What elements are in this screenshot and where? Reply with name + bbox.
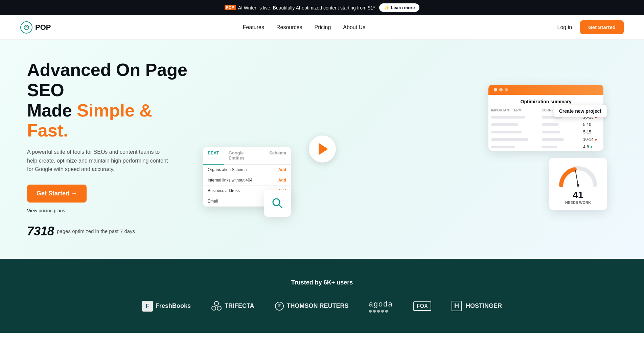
hostinger-logo: H HOSTINGER xyxy=(452,301,502,311)
create-project-tooltip[interactable]: Create new project xyxy=(554,105,607,117)
term-bar-3 xyxy=(491,131,522,133)
table-row: 5-15 xyxy=(488,128,603,136)
target-5: 4-8 xyxy=(583,145,589,149)
trifecta-icon xyxy=(211,301,222,312)
thomson-logo: THOMSON REUTERS xyxy=(275,301,349,311)
score-card: 41 NEEDS WORK xyxy=(549,158,607,210)
table-row: 5-10 xyxy=(488,121,603,128)
hero-section: Advanced On Page SEO Made Simple & Fast.… xyxy=(0,40,644,259)
nav-links: Features Resources Pricing About Us xyxy=(243,24,365,30)
agoda-logo: agoda xyxy=(369,300,393,313)
gauge-svg xyxy=(558,163,598,187)
svg-point-7 xyxy=(217,306,221,310)
gauge-container xyxy=(558,163,598,187)
pop-badge: POP xyxy=(225,5,236,10)
svg-point-9 xyxy=(278,305,280,307)
stats-number: 7318 xyxy=(27,224,54,238)
score-label: NEEDS WORK xyxy=(555,200,601,205)
trifecta-label: TRIFECTA xyxy=(225,302,254,310)
table-row: 4-8 ● xyxy=(488,143,603,151)
svg-point-1 xyxy=(26,26,27,27)
hero-title-line2: Made xyxy=(27,101,77,120)
usage-bar-3 xyxy=(542,131,560,133)
trusted-section: Trusted by 6K+ users F FreshBooks TRIFEC… xyxy=(0,259,644,333)
search-icon xyxy=(271,196,284,210)
col-term: IMPORTANT TERM xyxy=(488,107,539,113)
target-2: 5-10 xyxy=(583,122,591,127)
banner-content: POP AI Writer is live. Beautifully AI-op… xyxy=(225,5,375,10)
banner-main-text: is live. Beautifully AI-optimized conten… xyxy=(258,5,375,10)
fox-logo: FOX xyxy=(413,301,431,311)
usage-bar-4 xyxy=(542,138,564,141)
schema-row-internal: Internal links without 404 Add xyxy=(203,175,291,186)
play-icon xyxy=(319,143,328,155)
logo-text: POP xyxy=(35,23,51,32)
agoda-dot-2 xyxy=(373,310,376,313)
term-bar-4 xyxy=(491,138,528,141)
agoda-dot-3 xyxy=(377,310,380,313)
hero-cta-button[interactable]: Get Started → xyxy=(27,185,87,203)
tab-eeat[interactable]: EEAT xyxy=(203,147,224,165)
term-bar-1 xyxy=(491,116,525,119)
logos-row: F FreshBooks TRIFECTA THOMSON REUTERS xyxy=(27,300,617,313)
schema-label-email: Email xyxy=(208,199,218,204)
term-bar-5 xyxy=(491,146,515,148)
dot-red-2: ● xyxy=(595,137,597,142)
schema-row-org: Organization Schema Add xyxy=(203,165,291,175)
play-button[interactable] xyxy=(309,135,336,163)
agoda-content: agoda xyxy=(369,300,393,313)
thomson-icon xyxy=(275,301,284,311)
agoda-dot-4 xyxy=(381,310,384,313)
opt-summary-card: Optimization summary IMPORTANT TERM CURR… xyxy=(488,85,603,151)
nav-about[interactable]: About Us xyxy=(343,24,365,30)
agoda-dot-5 xyxy=(385,310,388,313)
term-bar-2 xyxy=(491,123,518,126)
svg-point-6 xyxy=(212,306,216,310)
agoda-text: agoda xyxy=(369,300,393,309)
dot-1 xyxy=(494,88,497,91)
learn-more-emoji: ✨ xyxy=(384,5,389,10)
trifecta-logo: TRIFECTA xyxy=(211,301,254,312)
login-link[interactable]: Log in xyxy=(557,24,572,30)
nav-pricing[interactable]: Pricing xyxy=(314,24,331,30)
agoda-dot-1 xyxy=(369,310,372,313)
svg-line-2 xyxy=(575,170,578,185)
logo-icon xyxy=(20,21,32,34)
schema-add-org[interactable]: Add xyxy=(278,167,286,172)
nav-features[interactable]: Features xyxy=(243,24,264,30)
fox-box: FOX xyxy=(413,301,431,311)
schema-add-internal[interactable]: Add xyxy=(278,178,286,183)
hero-stats: 7318 pages optimized in the past 7 days xyxy=(27,224,196,238)
svg-point-5 xyxy=(214,301,218,305)
freshbooks-label: FreshBooks xyxy=(156,302,191,310)
learn-more-button[interactable]: ✨ Learn more xyxy=(379,3,420,12)
logo[interactable]: POP xyxy=(20,21,51,34)
ai-writer-label: AI Writer xyxy=(238,5,256,10)
pricing-link[interactable]: View pricing plans xyxy=(27,208,196,213)
navbar: POP Features Resources Pricing About Us … xyxy=(0,15,644,40)
hero-left: Advanced On Page SEO Made Simple & Fast.… xyxy=(27,60,196,238)
stats-text: pages optimized in the past 7 days xyxy=(57,228,135,234)
hostinger-label: HOSTINGER xyxy=(466,302,502,310)
schema-tabs: EEAT Google Entities Schema xyxy=(203,147,291,165)
svg-line-4 xyxy=(279,205,282,208)
gauge-center-dot xyxy=(577,184,579,187)
schema-label-address: Business address xyxy=(208,188,240,193)
agoda-dots xyxy=(369,310,388,313)
hero-right: Optimization summary IMPORTANT TERM CURR… xyxy=(196,78,617,220)
hero-title-line1: Advanced On Page SEO xyxy=(27,60,187,100)
schema-label-internal: Internal links without 404 xyxy=(208,178,252,183)
top-banner: POP AI Writer is live. Beautifully AI-op… xyxy=(0,0,644,15)
get-started-nav-button[interactable]: Get Started xyxy=(580,20,624,34)
tab-google-entities[interactable]: Google Entities xyxy=(224,147,264,164)
hostinger-h-icon: H xyxy=(452,301,462,311)
tab-schema[interactable]: Schema xyxy=(264,147,291,164)
nav-resources[interactable]: Resources xyxy=(276,24,302,30)
thomson-label: THOMSON REUTERS xyxy=(287,302,349,310)
freshbooks-logo: F FreshBooks xyxy=(142,301,191,312)
table-row: 10-14 ● xyxy=(488,136,603,143)
search-icon-card xyxy=(264,190,291,217)
learn-more-label: Learn more xyxy=(391,5,415,10)
trusted-title: Trusted by 6K+ users xyxy=(27,279,617,286)
schema-label-org: Organization Schema xyxy=(208,167,247,172)
